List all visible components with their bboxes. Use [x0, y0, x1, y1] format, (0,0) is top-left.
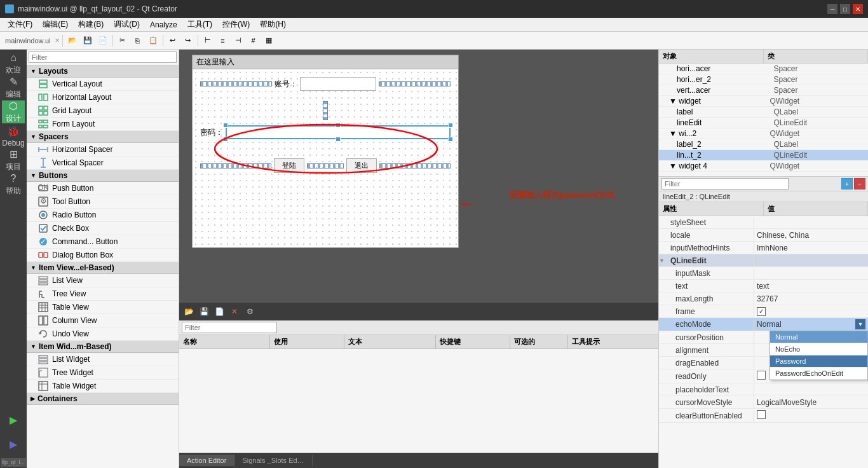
filter-remove-btn[interactable]: − [854, 178, 865, 189]
left-icon-run[interactable]: ▶ [2, 408, 25, 431]
widget-vertical-layout[interactable]: Vertical Layout [27, 78, 179, 91]
category-item-views[interactable]: ▼ Item View...el-Based) [27, 262, 179, 274]
bottom-new-btn[interactable]: 📄 [212, 305, 226, 319]
exit-button[interactable]: 退出 [346, 158, 377, 173]
prop-stylesheet-value[interactable] [754, 221, 868, 224]
prop-placeholder-value[interactable] [754, 389, 868, 391]
widget-vertical-spacer[interactable]: Vertical Spacer [27, 156, 179, 170]
left-icon-design[interactable]: ⬡ 设计 [2, 100, 25, 123]
toolbar-form[interactable]: ▦ [262, 34, 276, 48]
toolbar-copy[interactable]: ⎘ [131, 34, 145, 48]
filter-add-btn[interactable]: + [841, 178, 853, 189]
menu-build[interactable]: 构建(B) [73, 18, 109, 31]
left-icon-project[interactable]: ⊞ 项目 [2, 149, 25, 172]
widget-check-box[interactable]: Check Box [27, 222, 179, 235]
left-icon-debug-run[interactable]: ▶ [2, 432, 25, 455]
category-buttons[interactable]: ▼ Buttons [27, 170, 179, 182]
widget-tree-widget[interactable]: Tree Widget [27, 366, 179, 380]
dropdown-noecho[interactable]: NoEcho [770, 343, 867, 355]
close-button[interactable]: ✕ [853, 4, 863, 14]
widget-list-widget[interactable]: List Widget [27, 353, 179, 366]
prop-clearbtn-value[interactable] [754, 409, 868, 422]
widget-command-button[interactable]: ✓ Command... Button [27, 235, 179, 249]
widget-undo-view[interactable]: Undo View [27, 327, 179, 341]
toolbar-align-right[interactable]: ⊣ [231, 34, 245, 48]
menu-tools[interactable]: 工具(T) [182, 18, 217, 31]
prop-inputmask-value[interactable] [754, 272, 868, 275]
prop-locale: locale Chinese, China [659, 229, 868, 242]
toolbar-new[interactable]: 📄 [96, 34, 110, 48]
category-layouts[interactable]: ▼ Layouts [27, 65, 179, 78]
menu-debug[interactable]: 调试(D) [109, 18, 145, 31]
category-containers[interactable]: ▶ Containers [27, 393, 179, 405]
object-tree: hori...acer Spacer hori...er_2 Spacer ve… [659, 64, 868, 176]
left-icon-welcome[interactable]: ⌂ 欢迎 [2, 52, 25, 75]
dropdown-password[interactable]: Password [770, 355, 867, 368]
bottom-open-btn[interactable]: 📂 [182, 305, 196, 319]
widget-horizontal-spacer[interactable]: Horizontal Spacer [27, 143, 179, 156]
prop-echomode-value[interactable]: Normal ▼ Normal NoEcho Password Password… [754, 318, 868, 331]
widget-grid-layout[interactable]: Grid Layout [27, 104, 179, 118]
menu-widgets[interactable]: 控件(W) [217, 18, 255, 31]
widget-form-layout[interactable]: Form Layout [27, 118, 179, 131]
prop-text-value[interactable]: text [754, 280, 868, 292]
maximize-button[interactable]: □ [840, 4, 850, 14]
toolbar-grid[interactable]: # [247, 34, 261, 48]
toolbar-redo[interactable]: ↪ [181, 34, 195, 48]
toolbar-undo[interactable]: ↩ [166, 34, 180, 48]
menu-analyze[interactable]: Analyze [145, 19, 182, 31]
tab-close-icon[interactable]: ✕ [55, 37, 60, 44]
prop-cursormovestyle-value[interactable]: LogicalMoveStyle [754, 397, 868, 408]
prop-frame-value[interactable]: ✓ [754, 305, 868, 317]
prop-locale-value[interactable]: Chinese, China [754, 230, 868, 241]
readonly-checkbox[interactable] [757, 371, 766, 380]
widget-filter-input[interactable] [29, 52, 177, 63]
widget-push-button[interactable]: OK Push Button [27, 182, 179, 195]
toolbar-open[interactable]: 📂 [65, 34, 79, 48]
prop-imh-value[interactable]: ImhNone [754, 242, 868, 254]
dropdown-normal[interactable]: Normal [770, 331, 867, 343]
bottom-settings-btn[interactable]: ⚙ [243, 305, 257, 319]
widget-list-view[interactable]: List View [27, 274, 179, 287]
widget-tree-view[interactable]: Tree View [27, 287, 179, 301]
category-item-widgets[interactable]: ▼ Item Wid...m-Based) [27, 341, 179, 353]
menu-edit[interactable]: 编辑(E) [37, 18, 73, 31]
action-filter-input[interactable] [182, 322, 277, 333]
echomode-dropdown-btn[interactable]: ▼ [855, 319, 865, 329]
property-filter-input[interactable] [661, 178, 789, 189]
widget-table-widget[interactable]: Table Widget [27, 380, 179, 393]
prop-clearbtn-name: clearButtonEnabled [665, 410, 754, 422]
handle-tl [223, 123, 228, 128]
widget-table-view[interactable]: Table View [27, 301, 179, 314]
login-button[interactable]: 登陆 [274, 158, 304, 173]
menu-file[interactable]: 文件(F) [3, 18, 37, 31]
form-body[interactable]: 账号： 密码： [193, 69, 458, 247]
left-icon-edit[interactable]: ✎ 编辑 [2, 76, 25, 99]
left-icon-debug[interactable]: 🐞 Debug [2, 125, 25, 148]
toolbar-cut[interactable]: ✂ [116, 34, 130, 48]
tab-signals-slots[interactable]: Signals _Slots Ed… [234, 455, 312, 466]
bottom-delete-btn[interactable]: ✕ [227, 305, 241, 319]
category-spacers[interactable]: ▼ Spacers [27, 131, 179, 143]
project-icon: ⊞ [10, 148, 18, 160]
menu-help[interactable]: 帮助(H) [255, 18, 291, 31]
svg-rect-31 [39, 283, 48, 285]
tab-action-editor[interactable]: Action Editor [179, 455, 234, 466]
toolbar-save[interactable]: 💾 [81, 34, 95, 48]
widget-dialog-button-box[interactable]: Dialog Button Box [27, 249, 179, 262]
dropdown-passwordechoondit[interactable]: PasswordEchoOnEdit [770, 368, 867, 380]
frame-checkbox[interactable]: ✓ [757, 307, 766, 316]
widget-tool-button[interactable]: ⚙ Tool Button [27, 195, 179, 209]
widget-radio-button[interactable]: Radio Button [27, 209, 179, 222]
toolbar-align-left[interactable]: ⊢ [201, 34, 215, 48]
toolbar-paste[interactable]: 📋 [146, 34, 160, 48]
toolbar-align-center[interactable]: ≡ [216, 34, 230, 48]
account-input[interactable] [300, 77, 376, 91]
widget-column-view[interactable]: Column View [27, 314, 179, 327]
prop-maxlength-value[interactable]: 32767 [754, 293, 868, 305]
clearbtn-checkbox[interactable] [757, 410, 766, 419]
bottom-save-btn[interactable]: 💾 [197, 305, 211, 319]
minimize-button[interactable]: ─ [827, 4, 837, 14]
left-icon-help[interactable]: ? 帮助 [2, 173, 25, 196]
widget-horizontal-layout[interactable]: Horizontal Layout [27, 91, 179, 104]
